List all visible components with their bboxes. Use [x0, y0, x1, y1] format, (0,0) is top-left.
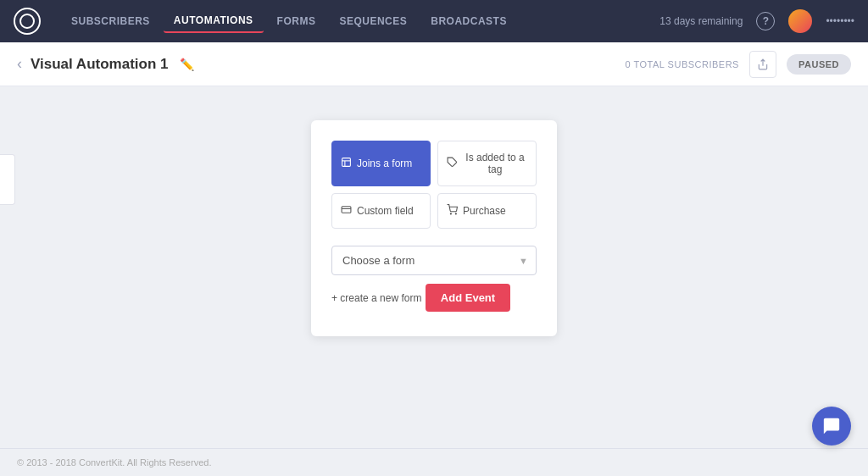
nav-sequences[interactable]: SEQUENCES	[329, 10, 417, 32]
trigger-joins-form[interactable]: Joins a form	[331, 141, 431, 186]
help-button[interactable]: ?	[756, 12, 775, 30]
footer: © 2013 - 2018 ConvertKit. All Rights Res…	[0, 448, 868, 476]
purchase-icon	[447, 204, 458, 218]
subscribers-count: 0 TOTAL SUBSCRIBERS	[626, 59, 739, 69]
nav-forms[interactable]: FORMS	[267, 10, 326, 32]
trigger-custom-field-label: Custom field	[357, 205, 414, 217]
navbar: SUBSCRIBERS AUTOMATIONS FORMS SEQUENCES …	[0, 0, 868, 42]
custom-field-icon	[341, 204, 352, 218]
form-icon	[341, 157, 352, 170]
trigger-is-added-to-tag[interactable]: Is added to a tag	[437, 141, 537, 186]
form-select-wrapper: Choose a form ▼	[331, 246, 537, 275]
trigger-tag-label: Is added to a tag	[463, 152, 527, 175]
svg-rect-4	[342, 207, 351, 213]
trigger-purchase-label: Purchase	[463, 205, 506, 217]
sidebar-mini	[0, 154, 15, 205]
svg-point-7	[455, 213, 456, 214]
trigger-purchase[interactable]: Purchase	[437, 193, 537, 229]
back-button[interactable]: ‹	[17, 55, 22, 73]
create-form-link[interactable]: + create a new form	[331, 292, 421, 304]
nav-broadcasts[interactable]: BROADCASTS	[420, 10, 517, 32]
nav-right: 13 days remaining ? ••••••••	[659, 9, 854, 33]
page-title: Visual Automation 1	[31, 56, 168, 73]
form-select[interactable]: Choose a form	[331, 246, 537, 275]
chat-icon	[822, 417, 841, 435]
trigger-card: Joins a form Is added to a tag	[311, 120, 557, 336]
tag-icon	[447, 157, 458, 170]
share-button[interactable]	[749, 51, 776, 78]
trigger-joins-form-label: Joins a form	[357, 158, 412, 169]
trigger-grid: Joins a form Is added to a tag	[331, 141, 537, 229]
logo-inner	[19, 14, 35, 29]
nav-links: SUBSCRIBERS AUTOMATIONS FORMS SEQUENCES …	[61, 9, 639, 33]
avatar[interactable]	[788, 9, 812, 33]
toolbar: ‹ Visual Automation 1 ✏️ 0 TOTAL SUBSCRI…	[0, 42, 868, 86]
paused-button[interactable]: PAUSED	[787, 54, 851, 75]
footer-text: © 2013 - 2018 ConvertKit. All Rights Res…	[17, 457, 211, 468]
trial-text: 13 days remaining	[659, 15, 743, 27]
add-event-button[interactable]: Add Event	[426, 284, 510, 312]
svg-point-6	[450, 213, 451, 214]
nav-automations[interactable]: AUTOMATIONS	[164, 9, 264, 33]
main-content: Joins a form Is added to a tag	[0, 86, 868, 442]
toolbar-right: 0 TOTAL SUBSCRIBERS PAUSED	[626, 51, 851, 78]
form-select-row: Choose a form ▼	[331, 246, 537, 275]
edit-icon[interactable]: ✏️	[180, 58, 194, 71]
logo[interactable]	[14, 8, 41, 35]
svg-rect-0	[342, 158, 351, 167]
trigger-custom-field[interactable]: Custom field	[331, 193, 431, 229]
username-label: ••••••••	[826, 15, 854, 27]
nav-subscribers[interactable]: SUBSCRIBERS	[61, 10, 160, 32]
chat-button[interactable]	[812, 407, 851, 446]
